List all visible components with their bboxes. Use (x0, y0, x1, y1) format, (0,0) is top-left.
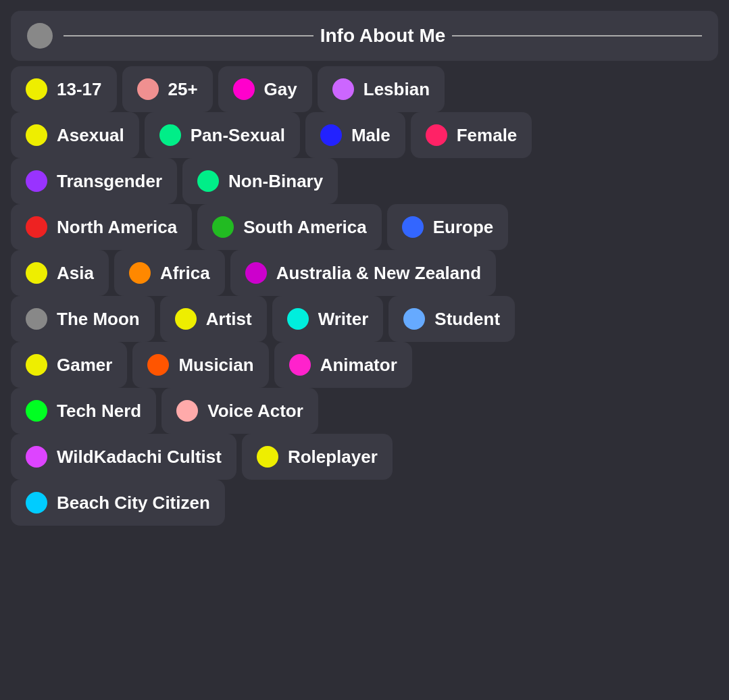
tag-role-student[interactable]: Student (388, 296, 515, 342)
label-role-roleplayer: Roleplayer (288, 447, 378, 468)
dot-region-asia (26, 262, 47, 284)
dot-role-voice-actor (176, 400, 198, 422)
tag-region-north-america[interactable]: North America (11, 204, 192, 250)
label-role-beach-city: Beach City Citizen (57, 493, 210, 514)
label-age-13-17: 13-17 (57, 79, 102, 100)
tag-role-animator[interactable]: Animator (274, 342, 412, 388)
tag-gender-nonbinary[interactable]: Non-Binary (182, 158, 338, 204)
dot-role-gamer (26, 354, 47, 376)
header-line-right (452, 35, 702, 36)
tag-gender-female[interactable]: Female (411, 112, 532, 158)
header-line-container: Info About Me (64, 25, 702, 47)
tag-region-australia-nz[interactable]: Australia & New Zealand (230, 250, 496, 296)
label-gender-nonbinary: Non-Binary (228, 171, 323, 192)
tag-row-3: North AmericaSouth AmericaEurope (11, 204, 718, 250)
label-region-north-america: North America (57, 217, 177, 238)
tag-role-roleplayer[interactable]: Roleplayer (242, 434, 393, 480)
label-gender-male: Male (351, 125, 391, 146)
dot-gender-transgender (26, 170, 47, 192)
label-region-australia-nz: Australia & New Zealand (276, 263, 481, 284)
label-gender-female: Female (457, 125, 518, 146)
label-region-africa: Africa (160, 263, 210, 284)
tag-role-artist[interactable]: Artist (160, 296, 267, 342)
tag-region-moon[interactable]: The Moon (11, 296, 155, 342)
dot-age-25plus (137, 78, 159, 100)
label-gender-transgender: Transgender (57, 171, 162, 192)
tag-role-beach-city[interactable]: Beach City Citizen (11, 480, 225, 526)
tag-row-2: TransgenderNon-Binary (11, 158, 718, 204)
tag-orientation-gay[interactable]: Gay (218, 66, 312, 112)
tag-orientation-asexual[interactable]: Asexual (11, 112, 139, 158)
tag-role-voice-actor[interactable]: Voice Actor (161, 388, 318, 434)
header-line-left (64, 35, 313, 36)
label-role-writer: Writer (318, 309, 369, 330)
dot-role-beach-city (26, 492, 47, 514)
tag-region-europe[interactable]: Europe (387, 204, 509, 250)
dot-role-wildkadachi (26, 446, 47, 468)
tag-row-7: Tech NerdVoice Actor (11, 388, 718, 434)
tag-row-8: WildKadachi CultistRoleplayer (11, 434, 718, 480)
dot-orientation-gay (233, 78, 255, 100)
tag-gender-transgender[interactable]: Transgender (11, 158, 177, 204)
label-role-voice-actor: Voice Actor (207, 401, 303, 422)
label-orientation-pansexual: Pan-Sexual (191, 125, 285, 146)
label-role-wildkadachi: WildKadachi Cultist (57, 447, 222, 468)
label-region-europe: Europe (433, 217, 494, 238)
dot-region-africa (129, 262, 151, 284)
dot-role-roleplayer (257, 446, 278, 468)
label-region-asia: Asia (57, 263, 94, 284)
tag-role-musician[interactable]: Musician (132, 342, 268, 388)
label-role-student: Student (434, 309, 500, 330)
tag-role-wildkadachi[interactable]: WildKadachi Cultist (11, 434, 236, 480)
label-role-tech-nerd: Tech Nerd (57, 401, 141, 422)
tag-age-25plus[interactable]: 25+ (122, 66, 213, 112)
dot-role-musician (147, 354, 169, 376)
label-role-gamer: Gamer (57, 355, 112, 376)
label-region-south-america: South America (243, 217, 367, 238)
tag-role-writer[interactable]: Writer (272, 296, 384, 342)
tag-row-0: 13-1725+GayLesbian (11, 66, 718, 112)
tag-orientation-lesbian[interactable]: Lesbian (318, 66, 445, 112)
main-container: Info About Me 13-1725+GayLesbianAsexualP… (11, 11, 718, 526)
header-row: Info About Me (11, 11, 718, 61)
tag-orientation-pansexual[interactable]: Pan-Sexual (145, 112, 300, 158)
label-region-moon: The Moon (57, 309, 140, 330)
dot-role-tech-nerd (26, 400, 47, 422)
header-title: Info About Me (320, 25, 446, 47)
dot-gender-female (426, 124, 447, 146)
tag-row-1: AsexualPan-SexualMaleFemale (11, 112, 718, 158)
tag-row-6: GamerMusicianAnimator (11, 342, 718, 388)
tag-region-south-america[interactable]: South America (197, 204, 382, 250)
dot-region-moon (26, 308, 47, 330)
dot-age-13-17 (26, 78, 47, 100)
dot-role-writer (287, 308, 309, 330)
tag-role-gamer[interactable]: Gamer (11, 342, 127, 388)
dot-role-animator (289, 354, 311, 376)
dot-gender-nonbinary (197, 170, 219, 192)
header-circle (27, 23, 53, 49)
tag-row-4: AsiaAfricaAustralia & New Zealand (11, 250, 718, 296)
label-age-25plus: 25+ (168, 79, 198, 100)
dot-gender-male (320, 124, 342, 146)
tag-row-9: Beach City Citizen (11, 480, 718, 526)
dot-region-europe (402, 216, 424, 238)
label-role-animator: Animator (320, 355, 397, 376)
tag-region-africa[interactable]: Africa (114, 250, 225, 296)
dot-region-south-america (212, 216, 234, 238)
label-role-artist: Artist (206, 309, 252, 330)
tag-role-tech-nerd[interactable]: Tech Nerd (11, 388, 156, 434)
dot-role-artist (175, 308, 197, 330)
dot-orientation-pansexual (159, 124, 181, 146)
tag-region-asia[interactable]: Asia (11, 250, 109, 296)
label-orientation-lesbian: Lesbian (363, 79, 430, 100)
dot-region-north-america (26, 216, 47, 238)
label-role-musician: Musician (178, 355, 253, 376)
tag-gender-male[interactable]: Male (305, 112, 405, 158)
dot-orientation-asexual (26, 124, 47, 146)
dot-role-student (403, 308, 425, 330)
tag-row-5: The MoonArtistWriterStudent (11, 296, 718, 342)
tag-age-13-17[interactable]: 13-17 (11, 66, 117, 112)
label-orientation-gay: Gay (264, 79, 297, 100)
dot-orientation-lesbian (332, 78, 354, 100)
label-orientation-asexual: Asexual (57, 125, 124, 146)
